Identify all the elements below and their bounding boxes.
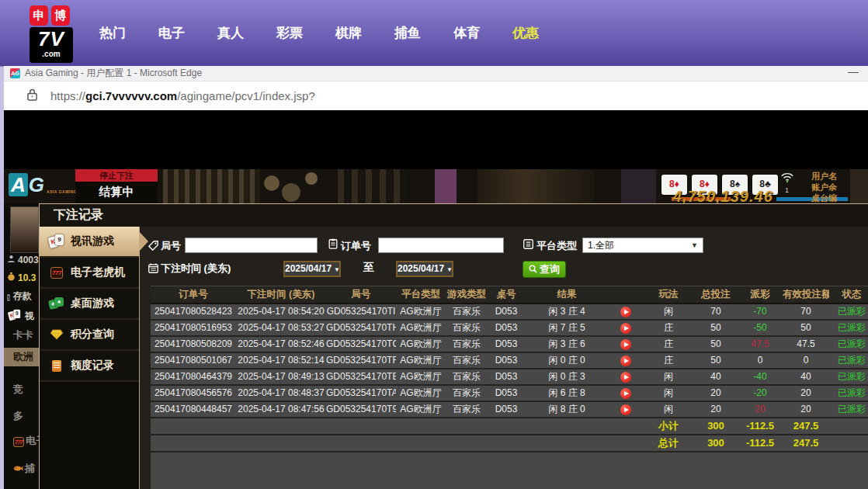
sidebar-item-5[interactable]: 额度记录 (40, 351, 139, 382)
chevron-down-icon: ▼ (334, 266, 340, 273)
game-type-cell: 百家乐 (446, 337, 488, 352)
order-no-input[interactable] (378, 238, 504, 253)
bet-type-cell: 闲 (643, 386, 694, 401)
platform-cell: AG欧洲厅 (396, 353, 446, 368)
subtotal-label: 小计 (643, 418, 694, 434)
modal-sidebar: K9视讯游戏777电子老虎机♣♠桌面游戏积分查询额度记录 (40, 227, 140, 489)
subtotal-row: 小计300-112.5247.5 (151, 418, 868, 435)
url-text[interactable]: https://gci.7vvvvvv.com/agingame/pcv1/in… (50, 89, 315, 102)
rail-hall-4[interactable]: 多 (4, 407, 39, 425)
rail-stat[interactable]: 4003 (7, 255, 39, 265)
date-from-picker[interactable]: 2025/04/17▼ (283, 261, 341, 277)
column-header: 下注时间 (美东) (236, 286, 326, 303)
sidebar-item-1[interactable]: K9视讯游戏 (40, 227, 139, 258)
result-cell: 闲 6 庄 8 (525, 386, 609, 401)
sidebar-item-label: 桌面游戏 (71, 297, 114, 310)
payout-cell: 47.5 (738, 337, 783, 352)
order-no-cell: 250417080516953 (151, 321, 236, 335)
valid-bet-cell: 47.5 (783, 337, 829, 352)
total-bet-cell: 50 (694, 353, 738, 368)
nav-item-3[interactable]: 真人 (217, 24, 244, 42)
replay-play-icon[interactable] (620, 372, 631, 383)
cards-icon: K9 (7, 308, 23, 324)
rail-hall-2[interactable]: 欧洲 (4, 348, 39, 366)
ag-logo[interactable]: AG ASIA GAMING (9, 173, 77, 196)
platform-cell: AG欧洲厅 (396, 321, 446, 335)
rail-hall-3[interactable]: 竞 (4, 380, 39, 399)
platform-type-select[interactable]: 1.全部 ▼ (582, 238, 703, 253)
payout-cell: -20 (738, 386, 783, 401)
replay-play-icon[interactable] (620, 355, 631, 366)
casino-backdrop-panel (621, 169, 656, 203)
valid-bet-cell: 20 (783, 386, 829, 401)
to-label: 至 (363, 261, 374, 275)
bet-time-cell: 2025-04-17 08:49:13 (236, 369, 326, 384)
url-domain: gci.7vvvvvv.com (85, 89, 177, 102)
table-no-cell: D053 (488, 386, 525, 401)
screen: 申 博 7V .com 热门电子真人彩票棋牌捕鱼体育优惠 AG Asia Gam… (0, 0, 868, 489)
order-no-cell: 250417080501067 (151, 353, 236, 368)
nav-item-4[interactable]: 彩票 (276, 24, 303, 42)
platform-cell: AG欧洲厅 (396, 402, 446, 417)
platform-cell: AG欧洲厅 (396, 369, 446, 384)
table-row: 2504170805082092025-04-17 08:52:46GD0532… (151, 337, 868, 353)
replay-play-icon[interactable] (620, 323, 631, 334)
rail-hall-1[interactable]: 卡卡 (4, 326, 39, 345)
nav-item-1[interactable]: 热门 (99, 24, 126, 42)
table-row: 2504170804643792025-04-17 08:49:13GD0532… (151, 369, 868, 386)
total-bet-cell: 50 (694, 321, 738, 335)
window-titlebar[interactable]: AG Asia Gaming - 用户配置 1 - Microsoft Edge (4, 66, 868, 82)
replay-play-icon[interactable] (620, 307, 631, 317)
replay-play-icon[interactable] (620, 404, 631, 415)
bet-type-cell: 闲 (643, 402, 694, 417)
column-header: 平台类型 (396, 286, 446, 303)
platform-type-value: 1.全部 (588, 240, 614, 251)
ag-logo-subtitle: ASIA GAMING (47, 189, 77, 194)
address-bar[interactable]: https://gci.7vvvvvv.com/agingame/pcv1/in… (4, 82, 868, 111)
nav-item-2[interactable]: 电子 (158, 24, 185, 42)
replay-play-icon[interactable] (620, 339, 631, 350)
round-no-input[interactable] (185, 238, 318, 253)
rail-hall-6[interactable]: 捕 (4, 460, 39, 478)
platform-cell: AG欧洲厅 (396, 337, 446, 352)
grand-total-payout: -112.5 (738, 435, 783, 451)
bet-type-cell: 庄 (643, 321, 694, 335)
search-button[interactable]: 查询 (523, 261, 566, 278)
sidebar-item-4[interactable]: 积分查询 (40, 320, 139, 351)
chevron-down-icon: ▼ (691, 238, 698, 252)
minimize-icon[interactable] (848, 72, 859, 73)
rail-hall-5[interactable]: 777电子 (4, 432, 39, 450)
spacer-cell (829, 418, 868, 434)
site-logo[interactable]: 申 博 7V .com (30, 5, 84, 63)
sidebar-item-2[interactable]: 777电子老虎机 (40, 258, 139, 289)
nav-item-7[interactable]: 体育 (453, 24, 480, 42)
valid-bet-cell: 0 (783, 353, 829, 368)
replay-cell (609, 337, 643, 352)
status-cell: 已派彩 (829, 304, 868, 319)
date-to-picker[interactable]: 2025/04/17▼ (396, 261, 453, 277)
column-header: 订单号 (151, 286, 236, 303)
table-header-row: 订单号下注时间 (美东)局号平台类型游戏类型桌号结果玩法总投注派彩有效投注额状态 (151, 286, 868, 304)
user-icon (7, 255, 16, 265)
nav-item-6[interactable]: 捕鱼 (394, 24, 421, 42)
total-bet-cell: 50 (694, 337, 738, 352)
replay-play-icon[interactable] (620, 388, 631, 399)
chevron-down-icon: ▼ (446, 266, 453, 273)
ag-logo-a: A (9, 173, 28, 196)
wifi-icon (780, 172, 794, 186)
avatar[interactable] (10, 206, 39, 253)
sidebar-item-3[interactable]: ♣♠桌面游戏 (40, 289, 139, 320)
rail-stat[interactable]: 10.3 (7, 272, 36, 283)
account-labels: 用户名账户余桌台编 (811, 171, 868, 203)
bet-time-cell: 2025-04-17 08:54:20 (236, 304, 326, 319)
rail-stat[interactable]: $存款 (7, 290, 31, 303)
valid-bet-cell: 20 (783, 402, 829, 417)
table-row: 2504170805010672025-04-17 08:52:14GD0532… (151, 353, 868, 369)
replay-cell (609, 353, 643, 368)
rail-stat[interactable]: K9视 (7, 308, 34, 324)
nav-item-8[interactable]: 优惠 (512, 24, 539, 42)
nav-item-5[interactable]: 棋牌 (335, 24, 362, 42)
bet-records-table: 订单号下注时间 (美东)局号平台类型游戏类型桌号结果玩法总投注派彩有效投注额状态… (151, 286, 868, 489)
grand-total-label: 总计 (643, 435, 694, 451)
result-cell: 闲 8 庄 0 (525, 402, 609, 417)
